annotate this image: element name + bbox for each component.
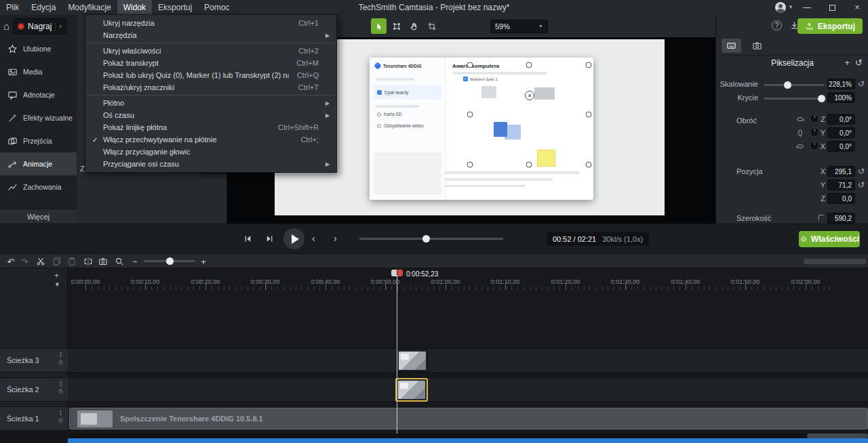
width-value[interactable]: 590,2	[827, 213, 855, 224]
transform-tool-button[interactable]	[389, 18, 404, 34]
opacity-slider[interactable]	[764, 98, 825, 100]
clip-track-3[interactable]	[397, 350, 428, 372]
rotate-x-value[interactable]: 0,0°	[827, 141, 855, 152]
sidebar-item-efekty-wizualne[interactable]: Efekty wizualne	[0, 106, 77, 129]
menu-item-pokaz-linijke-plotna[interactable]: Pokaż linijkę płótnaCtrl+Shift+R	[85, 121, 336, 133]
jump-forward-button[interactable]: ›	[334, 233, 337, 244]
position-x-value[interactable]: 295,1	[827, 166, 855, 177]
select-tool-button[interactable]	[371, 18, 387, 34]
help-icon[interactable]: ?	[772, 20, 782, 30]
menu-item-wlacz-przechwytywanie[interactable]: ✓Włącz przechwytywanie na płótnieCtrl+;	[85, 133, 336, 146]
selection-handle[interactable]	[526, 162, 532, 168]
ruler-label[interactable]: 0:00:50,00	[371, 278, 400, 285]
home-icon[interactable]: ⌂	[3, 21, 9, 31]
sidebar-item-media[interactable]: Media	[0, 60, 77, 83]
selection-center-handle[interactable]: ✕	[525, 91, 534, 100]
opacity-slider-knob[interactable]	[818, 95, 825, 102]
scale-reset-icon[interactable]: ↺	[858, 79, 865, 89]
paste-button[interactable]	[66, 256, 77, 267]
user-avatar[interactable]	[775, 2, 786, 13]
rotate-x-icon[interactable]	[795, 142, 805, 151]
menu-item-ukryj-wlasciwosci[interactable]: Ukryj właściwościCtrl+2	[85, 45, 336, 57]
export-button[interactable]: Eksportuj	[797, 18, 863, 34]
scale-slider-knob[interactable]	[784, 81, 791, 89]
maximize-button[interactable]	[822, 0, 842, 15]
pan-tool-button[interactable]	[406, 18, 422, 34]
lock-track-icon[interactable]	[58, 359, 64, 365]
timeline-zoom-slider[interactable]	[144, 260, 195, 262]
rotate-y-icon[interactable]	[795, 128, 805, 138]
ruler-label[interactable]: 0:01:20,00	[551, 278, 580, 285]
undo-button[interactable]: ↶	[5, 256, 16, 267]
timeline-scrollbar-thumb[interactable]	[807, 434, 868, 438]
selection-handle[interactable]	[526, 62, 532, 68]
timeline-zoom-knob[interactable]	[166, 257, 174, 265]
scrub-slider[interactable]	[359, 238, 503, 240]
menu-pomoc[interactable]: Pomoc	[198, 0, 235, 15]
collapse-tracks-icon[interactable]: ▼	[54, 280, 60, 289]
properties-tab-media[interactable]	[747, 39, 767, 53]
rotate-z-value[interactable]: 0,0°	[827, 114, 855, 125]
menu-eksportuj[interactable]: Eksportuj	[152, 0, 198, 15]
selection-handle[interactable]	[467, 112, 473, 118]
ruler-label[interactable]: 0:00:40,00	[311, 278, 340, 285]
record-button[interactable]: Nagraj ›	[13, 18, 66, 35]
ruler-label[interactable]: 0:00:00,00	[71, 278, 100, 285]
timeline-scrollbar[interactable]	[68, 434, 868, 438]
step-back-button[interactable]	[243, 234, 253, 244]
record-chevron-icon[interactable]: ›	[55, 22, 61, 30]
ruler-label[interactable]: 0:01:40,00	[671, 278, 701, 285]
blue-callout-dark[interactable]	[494, 122, 507, 137]
clip-track-1[interactable]: Spolszczenie Tenorshare 4DDiG 10.5.8.1	[69, 408, 868, 429]
menu-item-przyciaganie-osi-czasu[interactable]: Przyciąganie osi czasu▶	[85, 158, 336, 170]
playhead-out-handle[interactable]	[397, 270, 403, 276]
reset-effect-icon[interactable]: ↺	[855, 58, 863, 68]
menu-edycja[interactable]: Edycja	[25, 0, 62, 15]
track-3-header[interactable]: Ścieżka 3	[0, 348, 68, 373]
zoom-magnifier-icon[interactable]	[114, 256, 125, 267]
cut-button[interactable]	[35, 256, 46, 267]
ruler-label[interactable]: 0:00:20,00	[191, 278, 220, 285]
resize-track-icon[interactable]	[58, 352, 64, 358]
play-button[interactable]	[283, 228, 304, 249]
playhead-line[interactable]	[397, 275, 397, 434]
ruler-label[interactable]: 0:02:00,00	[791, 278, 821, 285]
selection-handle[interactable]	[467, 62, 473, 68]
position-y-reset-icon[interactable]: ↺	[858, 180, 865, 190]
menu-item-plotno[interactable]: Płótno▶	[85, 97, 336, 109]
scale-slider[interactable]	[764, 84, 825, 86]
zoom-out-button[interactable]: −	[130, 256, 140, 267]
ruler-label[interactable]: 0:00:30,00	[251, 278, 280, 285]
menu-modyfikacje[interactable]: Modyfikacje	[62, 0, 117, 15]
menu-item-pokaz-ukryj-znaczniki[interactable]: Pokaż/ukryj znacznikiCtrl+T	[85, 81, 336, 93]
ruler-label[interactable]: 0:01:50,00	[731, 278, 760, 285]
crop-tool-button[interactable]	[424, 18, 439, 34]
properties-tab-effect[interactable]	[722, 39, 741, 53]
resize-track-icon[interactable]	[58, 381, 64, 387]
track-1-header[interactable]: Ścieżka 1	[0, 406, 68, 431]
opacity-value[interactable]: 100%	[827, 92, 855, 103]
track-2-lane[interactable]	[68, 377, 868, 402]
menu-widok[interactable]: Widok	[117, 0, 152, 15]
sidebar-item-ulubione[interactable]: Ulubione	[0, 37, 77, 60]
clip-track-2-selected[interactable]	[395, 378, 428, 402]
close-button[interactable]: ×	[847, 0, 867, 15]
selection-handle[interactable]	[586, 162, 592, 168]
timeline-zoom-scrollbar[interactable]	[804, 259, 866, 264]
resize-track-icon[interactable]	[58, 410, 64, 416]
sidebar-more-button[interactable]: Więcej	[0, 209, 77, 224]
position-x-reset-icon[interactable]: ↺	[858, 166, 865, 177]
selection-handle[interactable]	[586, 112, 592, 118]
sidebar-item-przejscia[interactable]: Przejścia	[0, 129, 77, 152]
zoom-in-button[interactable]: +	[198, 256, 209, 267]
ruler-label[interactable]: 0:01:00,00	[431, 278, 460, 285]
sidebar-item-zachowania[interactable]: Zachowania	[0, 175, 77, 198]
selection-handle[interactable]	[586, 62, 592, 68]
ruler-label[interactable]: 0:01:10,00	[491, 278, 520, 285]
track-3-lane[interactable]	[68, 348, 868, 373]
screenshot-button[interactable]	[98, 256, 108, 267]
step-forward-button[interactable]	[264, 234, 275, 244]
lock-track-icon[interactable]	[58, 388, 64, 394]
playhead-in-handle[interactable]	[391, 270, 397, 276]
copy-button[interactable]	[52, 256, 62, 267]
